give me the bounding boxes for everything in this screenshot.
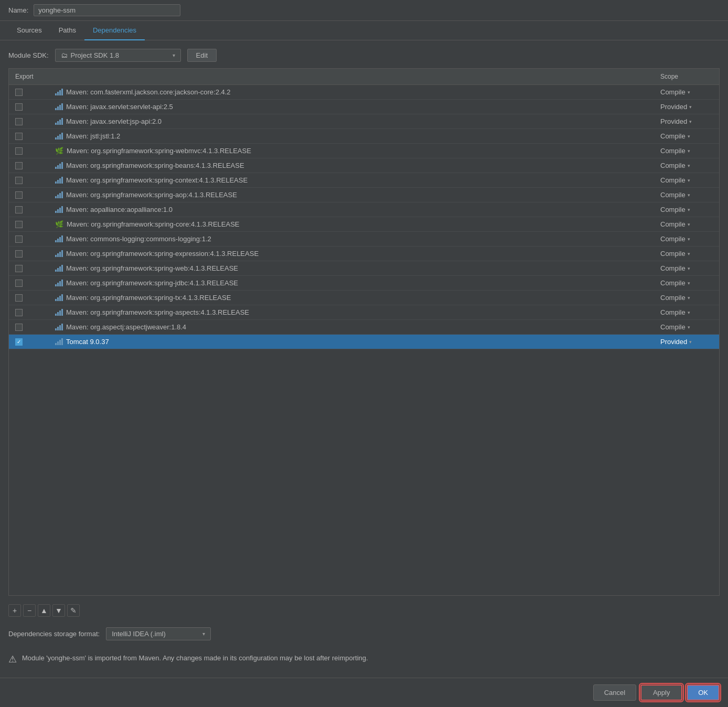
row-checkbox[interactable]: [15, 103, 23, 111]
tab-paths[interactable]: Paths: [50, 21, 84, 40]
table-row[interactable]: Maven: org.springframework:spring-jdbc:4…: [9, 276, 719, 291]
row-checkbox[interactable]: [15, 309, 23, 316]
table-row[interactable]: Maven: javax.servlet:jsp-api:2.0Provided…: [9, 114, 719, 129]
table-row[interactable]: ✓Tomcat 9.0.37Provided ▾: [9, 335, 719, 349]
scope-dropdown-arrow-icon: ▾: [688, 192, 690, 198]
row-checkbox[interactable]: [15, 265, 23, 272]
row-scope[interactable]: Compile ▾: [656, 306, 719, 318]
row-dependency-name: Maven: org.springframework:spring-beans:…: [51, 159, 656, 172]
row-dependency-name: Maven: aopalliance:aopalliance:1.0: [51, 203, 656, 216]
row-scope[interactable]: Compile ▾: [656, 218, 719, 230]
row-scope[interactable]: Compile ▾: [656, 189, 719, 201]
scope-dropdown-arrow-icon: ▾: [688, 310, 690, 315]
cancel-button[interactable]: Cancel: [593, 684, 636, 701]
row-scope[interactable]: Provided ▾: [656, 115, 719, 127]
row-checkbox[interactable]: [15, 162, 23, 169]
dependencies-table: Export Scope Maven: com.fasterxml.jackso…: [8, 68, 720, 596]
row-dependency-name: Tomcat 9.0.37: [51, 336, 656, 348]
row-scope[interactable]: Compile ▾: [656, 262, 719, 274]
table-row[interactable]: Maven: org.aspectj:aspectjweaver:1.8.4Co…: [9, 320, 719, 335]
move-up-button[interactable]: ▲: [38, 604, 50, 617]
row-dependency-name: Maven: org.springframework:spring-aspect…: [51, 306, 656, 318]
table-row[interactable]: Maven: javax.servlet:servlet-api:2.5Prov…: [9, 100, 719, 114]
module-sdk-label: Module SDK:: [8, 51, 49, 59]
tab-dependencies[interactable]: Dependencies: [84, 21, 145, 40]
row-scope[interactable]: Compile ▾: [656, 86, 719, 98]
table-row[interactable]: Maven: org.springframework:spring-web:4.…: [9, 261, 719, 276]
row-checkbox[interactable]: [15, 89, 23, 96]
row-scope[interactable]: Compile ▾: [656, 292, 719, 304]
dep-icon: [55, 162, 63, 169]
th-scope: Scope: [656, 71, 719, 82]
dep-icon: [55, 338, 63, 345]
table-row[interactable]: Maven: org.springframework:spring-aop:4.…: [9, 188, 719, 202]
row-scope[interactable]: Compile ▾: [656, 203, 719, 216]
dep-icon: [55, 294, 63, 301]
add-dependency-button[interactable]: +: [8, 604, 21, 617]
scope-dropdown-arrow-icon: ▾: [688, 237, 690, 242]
scope-dropdown-arrow-icon: ▾: [688, 281, 690, 286]
row-dependency-name: Maven: com.fasterxml.jackson.core:jackso…: [51, 86, 656, 98]
dep-icon: [55, 89, 63, 95]
apply-button[interactable]: Apply: [640, 684, 682, 701]
row-checkbox[interactable]: [15, 147, 23, 155]
table-row[interactable]: Maven: org.springframework:spring-aspect…: [9, 305, 719, 320]
row-checkbox[interactable]: ✓: [15, 338, 23, 346]
remove-dependency-button[interactable]: −: [23, 604, 36, 617]
ok-button[interactable]: OK: [687, 684, 720, 701]
storage-format-value: IntelliJ IDEA (.iml): [112, 630, 166, 638]
table-row[interactable]: Maven: com.fasterxml.jackson.core:jackso…: [9, 85, 719, 100]
row-scope[interactable]: Compile ▾: [656, 248, 719, 260]
table-row[interactable]: 🌿Maven: org.springframework:spring-core:…: [9, 217, 719, 232]
row-checkbox[interactable]: [15, 177, 23, 184]
row-checkbox[interactable]: [15, 221, 23, 228]
row-scope[interactable]: Compile ▾: [656, 174, 719, 186]
row-scope[interactable]: Provided ▾: [656, 336, 719, 348]
table-row[interactable]: Maven: jstl:jstl:1.2Compile ▾: [9, 129, 719, 144]
row-scope[interactable]: Compile ▾: [656, 233, 719, 245]
row-checkbox[interactable]: [15, 250, 23, 258]
table-row[interactable]: Maven: org.springframework:spring-beans:…: [9, 158, 719, 173]
row-scope[interactable]: Compile ▾: [656, 130, 719, 142]
scope-dropdown-arrow-icon: ▾: [688, 251, 690, 256]
row-dependency-name: 🌿Maven: org.springframework:spring-webmv…: [51, 145, 656, 157]
row-checkbox[interactable]: [15, 235, 23, 243]
edit-sdk-button[interactable]: Edit: [187, 49, 217, 62]
toolbar-row: + − ▲ ▼ ✎: [8, 602, 720, 619]
row-dependency-name: 🌿Maven: org.springframework:spring-core:…: [51, 218, 656, 230]
row-checkbox[interactable]: [15, 206, 23, 213]
row-scope[interactable]: Compile ▾: [656, 277, 719, 289]
tab-sources[interactable]: Sources: [8, 21, 50, 40]
row-checkbox[interactable]: [15, 294, 23, 302]
scope-dropdown-arrow-icon: ▾: [688, 163, 690, 168]
sdk-dropdown[interactable]: 🗂 Project SDK 1.8 ▾: [55, 49, 181, 62]
move-down-button[interactable]: ▼: [52, 604, 65, 617]
scope-dropdown-arrow-icon: ▾: [688, 295, 690, 301]
row-dependency-name: Maven: org.springframework:spring-expres…: [51, 248, 656, 260]
table-row[interactable]: Maven: org.springframework:spring-tx:4.1…: [9, 291, 719, 305]
row-checkbox[interactable]: [15, 118, 23, 125]
dep-icon: [55, 250, 63, 257]
row-checkbox[interactable]: [15, 133, 23, 140]
row-checkbox[interactable]: [15, 280, 23, 287]
row-scope[interactable]: Compile ▾: [656, 145, 719, 157]
table-row[interactable]: Maven: aopalliance:aopalliance:1.0Compil…: [9, 202, 719, 217]
table-row[interactable]: 🌿Maven: org.springframework:spring-webmv…: [9, 144, 719, 158]
table-row[interactable]: Maven: org.springframework:spring-contex…: [9, 173, 719, 188]
table-row[interactable]: Maven: org.springframework:spring-expres…: [9, 247, 719, 261]
table-row[interactable]: Maven: commons-logging:commons-logging:1…: [9, 232, 719, 247]
button-row: Cancel Apply OK: [0, 678, 728, 707]
row-checkbox[interactable]: [15, 324, 23, 331]
name-input[interactable]: [34, 4, 180, 16]
row-dependency-name: Maven: javax.servlet:servlet-api:2.5: [51, 101, 656, 113]
storage-format-dropdown[interactable]: IntelliJ IDEA (.iml) ▾: [106, 627, 211, 640]
row-dependency-name: Maven: org.springframework:spring-aop:4.…: [51, 189, 656, 201]
row-scope[interactable]: Provided ▾: [656, 101, 719, 113]
row-dependency-name: Maven: org.springframework:spring-web:4.…: [51, 262, 656, 274]
scope-dropdown-arrow-icon: ▾: [688, 134, 690, 139]
scope-dropdown-arrow-icon: ▾: [688, 266, 690, 271]
row-scope[interactable]: Compile ▾: [656, 321, 719, 333]
row-checkbox[interactable]: [15, 191, 23, 199]
row-scope[interactable]: Compile ▾: [656, 159, 719, 172]
edit-dependency-button[interactable]: ✎: [67, 604, 80, 617]
